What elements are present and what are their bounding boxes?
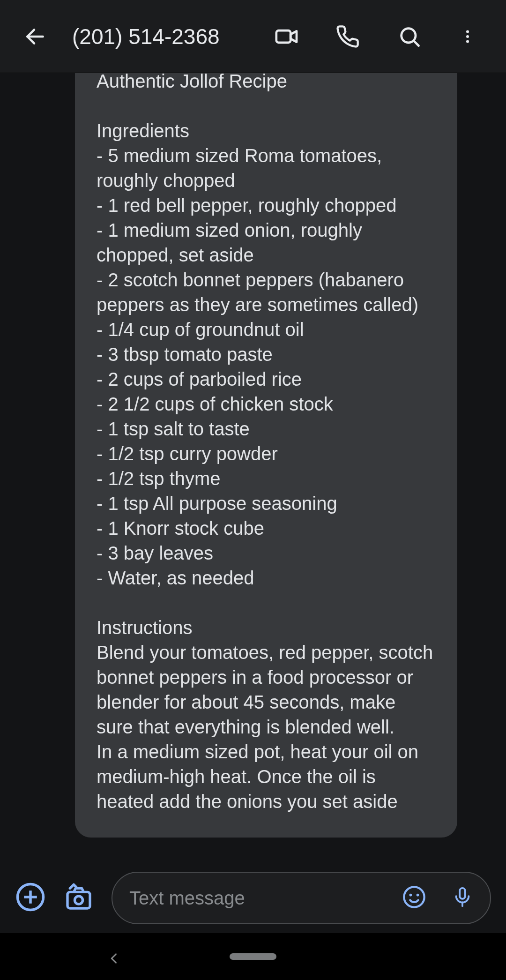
chevron-left-icon bbox=[108, 952, 121, 965]
svg-point-7 bbox=[466, 40, 469, 43]
emoji-icon bbox=[402, 885, 426, 909]
mic-icon bbox=[452, 885, 473, 909]
camera-icon bbox=[64, 882, 94, 912]
phone-icon bbox=[335, 24, 360, 49]
svg-line-4 bbox=[414, 41, 418, 45]
video-icon bbox=[274, 23, 300, 50]
arrow-back-icon bbox=[23, 25, 47, 48]
voice-input-button[interactable] bbox=[452, 885, 473, 911]
system-back-button[interactable] bbox=[108, 952, 121, 967]
video-call-button[interactable] bbox=[274, 23, 302, 50]
voice-call-button[interactable] bbox=[335, 24, 364, 49]
svg-rect-16 bbox=[460, 888, 465, 899]
message-input[interactable]: Text message bbox=[112, 872, 491, 924]
svg-rect-11 bbox=[67, 892, 90, 908]
svg-rect-1 bbox=[276, 30, 290, 43]
conversation-title[interactable]: (201) 514-2368 bbox=[72, 24, 274, 49]
search-button[interactable] bbox=[397, 24, 425, 49]
svg-point-13 bbox=[404, 887, 424, 907]
app-bar: (201) 514-2368 bbox=[0, 0, 506, 73]
overflow-menu-button[interactable] bbox=[459, 24, 487, 49]
system-nav-bar bbox=[0, 933, 506, 980]
gesture-handle[interactable] bbox=[230, 953, 276, 960]
plus-circle-icon bbox=[15, 882, 46, 913]
svg-point-6 bbox=[466, 35, 469, 38]
svg-point-15 bbox=[417, 894, 419, 897]
svg-point-14 bbox=[409, 894, 412, 897]
message-input-placeholder: Text message bbox=[129, 888, 393, 909]
compose-bar: Text message bbox=[0, 868, 506, 928]
more-vert-icon bbox=[459, 24, 476, 49]
back-button[interactable] bbox=[23, 25, 52, 48]
incoming-message-bubble[interactable]: Sent from your Twilio trial account - Au… bbox=[75, 24, 457, 838]
svg-marker-2 bbox=[290, 31, 297, 42]
search-icon bbox=[397, 24, 422, 49]
add-attachment-button[interactable] bbox=[15, 882, 46, 914]
camera-button[interactable] bbox=[64, 882, 94, 914]
emoji-button[interactable] bbox=[402, 885, 426, 911]
svg-point-5 bbox=[466, 30, 469, 33]
svg-point-12 bbox=[74, 896, 82, 904]
conversation-area[interactable]: Yesterday · 11:39 PM Sent from your Twil… bbox=[0, 0, 506, 882]
